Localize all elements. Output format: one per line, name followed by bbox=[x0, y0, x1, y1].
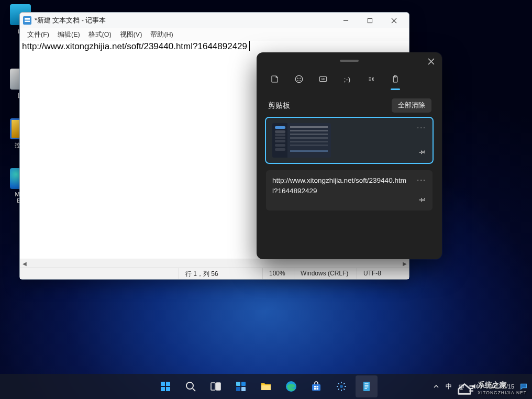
search-button[interactable] bbox=[180, 375, 202, 397]
clipboard-items: ··· http://www.xitongzhijia.net/soft/239… bbox=[257, 118, 442, 210]
status-zoom: 100% bbox=[262, 268, 294, 279]
pin-button[interactable] bbox=[419, 148, 426, 158]
status-cursor-position: 行 1，列 56 bbox=[179, 268, 262, 279]
horizontal-scrollbar[interactable]: ◀ ▶ bbox=[20, 259, 409, 268]
clipboard-item-text[interactable]: http://www.xitongzhijia.net/soft/239440.… bbox=[266, 170, 433, 210]
symbols-icon bbox=[367, 74, 376, 84]
tab-emoji[interactable] bbox=[293, 73, 305, 85]
close-button[interactable] bbox=[428, 58, 435, 66]
status-bar: 行 1，列 56 100% Windows (CRLF) UTF-8 bbox=[20, 268, 409, 279]
task-view-icon bbox=[209, 380, 222, 393]
svg-rect-29 bbox=[317, 386, 319, 387]
menu-bar: 文件(F) 编辑(E) 格式(O) 视图(V) 帮助(H) bbox=[20, 28, 409, 41]
watermark-name: 系统之家 bbox=[478, 381, 527, 390]
overflow-button[interactable] bbox=[432, 382, 440, 391]
svg-rect-28 bbox=[314, 386, 316, 387]
taskbar-center bbox=[154, 375, 378, 397]
store-button[interactable] bbox=[305, 375, 327, 397]
more-button[interactable]: ··· bbox=[417, 175, 426, 184]
svg-point-8 bbox=[300, 78, 301, 79]
widgets-button[interactable] bbox=[230, 375, 252, 397]
svg-rect-27 bbox=[312, 384, 320, 391]
svg-point-32 bbox=[340, 385, 343, 388]
pin-icon bbox=[419, 148, 426, 156]
kaomoji-icon: ;-) bbox=[344, 75, 350, 83]
file-explorer-icon bbox=[260, 380, 272, 393]
close-button[interactable] bbox=[382, 13, 406, 28]
window-title: *新建 文本文档 - 记事本 bbox=[35, 16, 334, 25]
svg-rect-25 bbox=[261, 385, 271, 390]
clipboard-item-image[interactable]: ··· bbox=[266, 118, 433, 163]
edge-icon bbox=[285, 380, 297, 393]
gif-icon: GIF bbox=[318, 74, 328, 84]
settings-button[interactable] bbox=[330, 375, 352, 397]
svg-rect-16 bbox=[166, 387, 170, 391]
widgets-icon bbox=[235, 380, 247, 393]
desktop: 此 回 控制 Micr Ed *新建 文本文档 - 记事本 bbox=[0, 0, 532, 399]
taskbar: 中 2022/2/15 bbox=[0, 374, 532, 399]
svg-rect-22 bbox=[241, 382, 246, 386]
svg-rect-31 bbox=[317, 388, 319, 390]
search-icon bbox=[184, 380, 197, 393]
status-encoding: UTF-8 bbox=[357, 268, 409, 279]
svg-rect-19 bbox=[211, 383, 215, 390]
emoji-icon bbox=[294, 74, 304, 84]
svg-rect-20 bbox=[216, 383, 220, 390]
svg-line-18 bbox=[193, 389, 195, 391]
sticker-icon bbox=[270, 74, 280, 84]
clipboard-panel: GIF ;-) 剪贴板 全部清除 ··· bbox=[257, 52, 442, 259]
menu-help[interactable]: 帮助(H) bbox=[146, 29, 177, 40]
store-icon bbox=[310, 380, 323, 393]
menu-edit[interactable]: 编辑(E) bbox=[53, 29, 84, 40]
task-view-button[interactable] bbox=[205, 375, 227, 397]
start-button[interactable] bbox=[154, 375, 176, 397]
svg-rect-33 bbox=[363, 382, 370, 391]
svg-rect-24 bbox=[241, 387, 246, 391]
minimize-button[interactable] bbox=[334, 13, 358, 28]
more-button[interactable]: ··· bbox=[417, 123, 426, 131]
svg-point-7 bbox=[297, 78, 298, 79]
ime-label: 中 bbox=[446, 382, 452, 391]
pin-button[interactable] bbox=[419, 196, 426, 205]
status-spacer bbox=[20, 268, 179, 279]
watermark-url: XITONGZHIJIA.NET bbox=[478, 390, 527, 395]
tab-kaomoji[interactable]: ;-) bbox=[341, 73, 353, 85]
ime-indicator[interactable]: 中 bbox=[446, 382, 452, 391]
notepad-icon bbox=[360, 380, 373, 393]
edge-button[interactable] bbox=[280, 375, 302, 397]
windows-start-icon bbox=[159, 380, 172, 393]
clipboard-title: 剪贴板 bbox=[268, 101, 290, 110]
scroll-left-icon[interactable]: ◀ bbox=[20, 259, 29, 268]
category-tabs: GIF ;-) bbox=[257, 62, 442, 90]
tab-symbols[interactable] bbox=[365, 73, 377, 85]
maximize-button[interactable] bbox=[358, 13, 382, 28]
title-bar[interactable]: *新建 文本文档 - 记事本 bbox=[20, 13, 409, 28]
gear-icon bbox=[335, 380, 348, 393]
svg-rect-21 bbox=[236, 382, 240, 386]
svg-point-6 bbox=[295, 75, 303, 83]
svg-rect-1 bbox=[368, 18, 372, 23]
notepad-icon bbox=[23, 16, 31, 25]
explorer-button[interactable] bbox=[255, 375, 277, 397]
svg-rect-15 bbox=[161, 387, 165, 391]
status-line-ending: Windows (CRLF) bbox=[294, 268, 357, 279]
clipboard-text-preview: http://www.xitongzhijia.net/soft/239440.… bbox=[272, 175, 408, 205]
notepad-taskbar-button[interactable] bbox=[356, 375, 378, 397]
svg-rect-30 bbox=[314, 388, 316, 390]
svg-point-17 bbox=[186, 382, 193, 389]
tab-sticker[interactable] bbox=[269, 73, 281, 85]
svg-text:GIF: GIF bbox=[321, 78, 325, 81]
clear-all-button[interactable]: 全部清除 bbox=[392, 98, 431, 113]
menu-view[interactable]: 视图(V) bbox=[116, 29, 147, 40]
watermark-logo-icon bbox=[455, 380, 474, 396]
menu-format[interactable]: 格式(O) bbox=[84, 29, 116, 40]
clipboard-header: 剪贴板 全部清除 bbox=[257, 90, 442, 118]
tab-gif[interactable]: GIF bbox=[317, 73, 329, 85]
tab-clipboard[interactable] bbox=[390, 73, 401, 85]
menu-file[interactable]: 文件(F) bbox=[23, 29, 53, 40]
svg-rect-14 bbox=[166, 382, 170, 386]
scroll-right-icon[interactable]: ▶ bbox=[400, 259, 409, 268]
pin-icon bbox=[419, 196, 426, 203]
clipboard-icon bbox=[391, 74, 400, 84]
text-content: http://www.xitongzhijia.net/soft/239440.… bbox=[20, 41, 249, 52]
